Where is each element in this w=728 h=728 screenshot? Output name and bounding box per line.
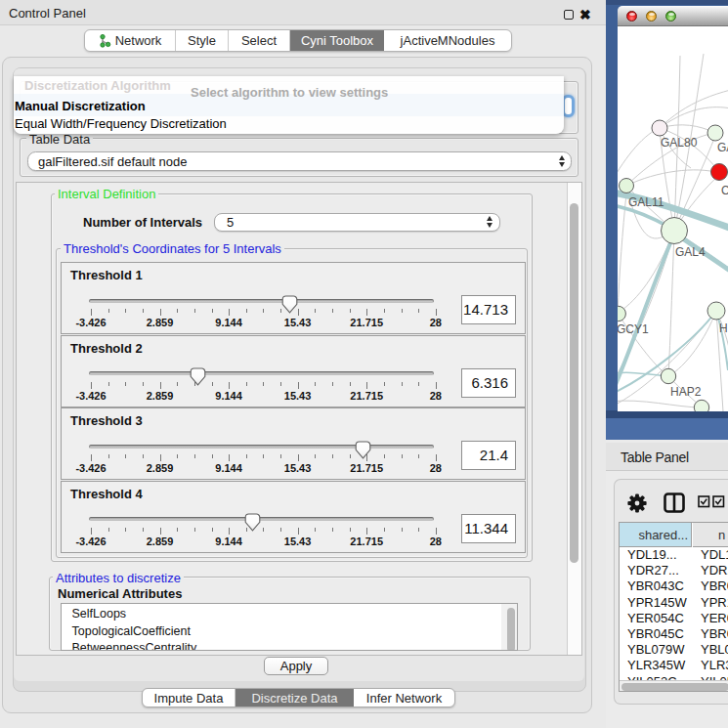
svg-text:H: H — [719, 321, 728, 335]
svg-text:GAL4: GAL4 — [675, 245, 706, 259]
svg-text:C: C — [721, 184, 728, 197]
svg-text:GAL11: GAL11 — [628, 195, 664, 209]
svg-text:GCY1: GCY1 — [618, 322, 649, 336]
svg-text:HAP2: HAP2 — [670, 385, 702, 399]
svg-text:GA: GA — [717, 141, 728, 154]
svg-text:GAL80: GAL80 — [661, 136, 698, 150]
